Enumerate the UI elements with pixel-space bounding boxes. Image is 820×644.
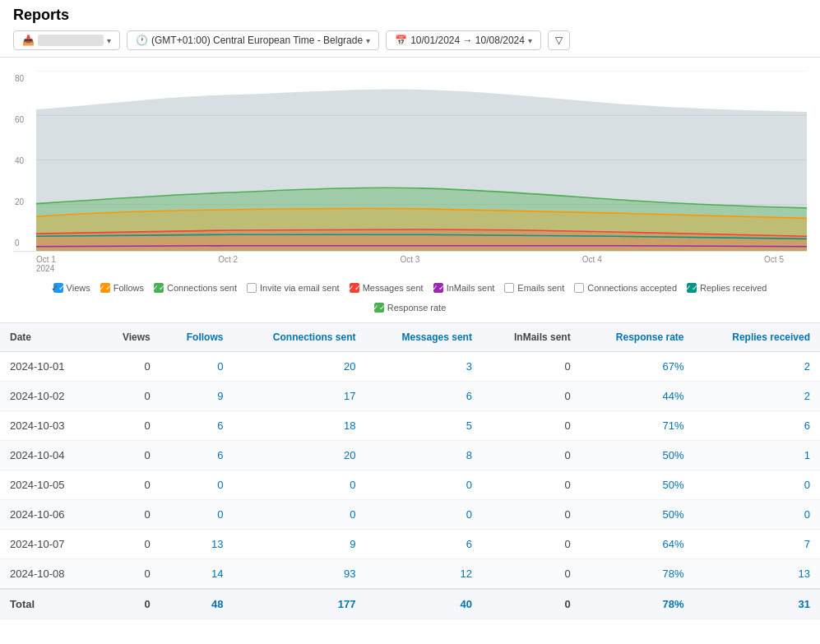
legend-connections-sent[interactable]: ✓ Connections sent bbox=[154, 283, 237, 293]
cell-views: 0 bbox=[99, 530, 160, 559]
date-range-label: 10/01/2024 → 10/08/2024 bbox=[410, 35, 525, 46]
cell-messages-sent: 3 bbox=[366, 352, 482, 382]
cell-messages-sent: 5 bbox=[366, 411, 482, 441]
cell-replies-received: 0 bbox=[694, 470, 820, 500]
cell-inmails-sent: 0 bbox=[482, 382, 581, 411]
legend-connections-accepted-checkbox[interactable] bbox=[574, 283, 584, 293]
legend-connections-sent-checkbox[interactable]: ✓ bbox=[154, 283, 164, 293]
cell-follows: 6 bbox=[160, 411, 234, 441]
legend-emails-sent-label: Emails sent bbox=[517, 283, 564, 293]
page-header: Reports 📥 ▾ 🕐 (GMT+01:00) Central Europe… bbox=[0, 0, 820, 58]
cell-inmails-sent: 0 bbox=[482, 530, 581, 559]
table-row: 2024-10-04 0 6 20 8 0 50% 1 bbox=[0, 441, 820, 470]
legend-emails-sent-checkbox[interactable] bbox=[504, 283, 514, 293]
legend-messages-sent-label: Messages sent bbox=[363, 283, 424, 293]
chart-legend: ✓ Views ✓ Follows ✓ Connections sent Inv… bbox=[0, 273, 820, 322]
legend-connections-accepted[interactable]: Connections accepted bbox=[574, 283, 677, 293]
cell-replies-received: 6 bbox=[694, 411, 820, 441]
cell-follows: 6 bbox=[160, 441, 234, 470]
legend-invite-email[interactable]: Invite via email sent bbox=[247, 283, 340, 293]
cell-connections-sent: 18 bbox=[233, 411, 365, 441]
legend-views-label: Views bbox=[67, 283, 90, 293]
legend-views-checkbox[interactable]: ✓ bbox=[53, 283, 63, 293]
cell-messages-sent: 6 bbox=[366, 382, 482, 411]
cell-connections-sent: 20 bbox=[233, 441, 365, 470]
cell-response-rate: 71% bbox=[581, 411, 694, 441]
cell-total-label: Total bbox=[0, 589, 99, 619]
legend-invite-email-checkbox[interactable] bbox=[247, 283, 257, 293]
table-row: 2024-10-07 0 13 9 6 0 64% 7 bbox=[0, 530, 820, 559]
y-label-60: 60 bbox=[15, 115, 35, 124]
legend-messages-sent-checkbox[interactable]: ✓ bbox=[350, 283, 359, 293]
legend-emails-sent[interactable]: Emails sent bbox=[504, 283, 564, 293]
data-table-wrapper: Date Views Follows Connections sent Mess… bbox=[0, 322, 820, 619]
legend-follows-checkbox[interactable]: ✓ bbox=[100, 283, 110, 293]
x-label-oct4: Oct 4 bbox=[582, 255, 602, 273]
y-label-20: 20 bbox=[15, 197, 35, 206]
cell-messages-sent: 0 bbox=[366, 500, 482, 530]
timezone-label: (GMT+01:00) Central European Time - Belg… bbox=[151, 35, 363, 46]
cell-response-rate: 50% bbox=[581, 470, 694, 500]
cell-date: 2024-10-06 bbox=[0, 500, 99, 530]
legend-follows[interactable]: ✓ Follows bbox=[100, 283, 144, 293]
cell-connections-sent: 20 bbox=[233, 352, 365, 382]
th-connections-sent: Connections sent bbox=[233, 323, 365, 352]
cell-replies-received: 7 bbox=[694, 530, 820, 559]
cell-views: 0 bbox=[99, 470, 160, 500]
legend-response-rate[interactable]: ✓ Response rate bbox=[374, 303, 447, 313]
legend-inmails-sent-checkbox[interactable]: ✓ bbox=[433, 283, 443, 293]
cell-date: 2024-10-04 bbox=[0, 441, 99, 470]
calendar-icon: 📅 bbox=[395, 35, 407, 46]
cell-date: 2024-10-03 bbox=[0, 411, 99, 441]
table-row: 2024-10-08 0 14 93 12 0 78% 13 bbox=[0, 559, 820, 590]
cell-connections-sent: 9 bbox=[233, 530, 365, 559]
cell-total-replies-received: 31 bbox=[694, 589, 820, 619]
cell-inmails-sent: 0 bbox=[482, 411, 581, 441]
cell-date: 2024-10-05 bbox=[0, 470, 99, 500]
cell-views: 0 bbox=[99, 500, 160, 530]
chart-svg bbox=[36, 71, 807, 251]
table-row: 2024-10-06 0 0 0 0 0 50% 0 bbox=[0, 500, 820, 530]
table-row: 2024-10-03 0 6 18 5 0 71% 6 bbox=[0, 411, 820, 441]
data-table: Date Views Follows Connections sent Mess… bbox=[0, 322, 820, 619]
cell-inmails-sent: 0 bbox=[482, 441, 581, 470]
legend-messages-sent[interactable]: ✓ Messages sent bbox=[350, 283, 424, 293]
cell-replies-received: 13 bbox=[694, 559, 820, 590]
date-range-selector[interactable]: 📅 10/01/2024 → 10/08/2024 ▾ bbox=[386, 30, 541, 50]
timezone-arrow-icon: ▾ bbox=[366, 36, 370, 45]
legend-views[interactable]: ✓ Views bbox=[53, 283, 90, 293]
x-label-oct2: Oct 2 bbox=[218, 255, 238, 273]
legend-inmails-sent[interactable]: ✓ InMails sent bbox=[433, 283, 495, 293]
legend-replies-received[interactable]: ✓ Replies received bbox=[687, 283, 767, 293]
cell-connections-sent: 0 bbox=[233, 500, 365, 530]
legend-connections-sent-label: Connections sent bbox=[167, 283, 237, 293]
inbox-icon: 📥 bbox=[22, 35, 35, 46]
cell-replies-received: 2 bbox=[694, 352, 820, 382]
cell-follows: 9 bbox=[160, 382, 234, 411]
date-arrow-icon: ▾ bbox=[528, 36, 532, 45]
timezone-selector[interactable]: 🕐 (GMT+01:00) Central European Time - Be… bbox=[127, 30, 379, 50]
cell-inmails-sent: 0 bbox=[482, 470, 581, 500]
inbox-selector[interactable]: 📥 ▾ bbox=[13, 30, 120, 50]
cell-inmails-sent: 0 bbox=[482, 559, 581, 590]
page-title: Reports bbox=[13, 7, 807, 24]
th-inmails-sent: InMails sent bbox=[482, 323, 581, 352]
legend-connections-accepted-label: Connections accepted bbox=[587, 283, 677, 293]
x-label-oct3: Oct 3 bbox=[401, 255, 420, 273]
cell-follows: 0 bbox=[160, 470, 234, 500]
cell-total-views: 0 bbox=[99, 589, 160, 619]
cell-follows: 0 bbox=[160, 500, 234, 530]
th-messages-sent: Messages sent bbox=[366, 323, 482, 352]
cell-connections-sent: 17 bbox=[233, 382, 365, 411]
legend-response-rate-checkbox[interactable]: ✓ bbox=[374, 303, 384, 313]
cell-response-rate: 50% bbox=[581, 500, 694, 530]
table-row: 2024-10-01 0 0 20 3 0 67% 2 bbox=[0, 352, 820, 382]
x-label-oct5: Oct 5 bbox=[764, 255, 784, 273]
cell-date: 2024-10-07 bbox=[0, 530, 99, 559]
legend-replies-received-checkbox[interactable]: ✓ bbox=[687, 283, 697, 293]
filter-button[interactable]: ▽ bbox=[548, 30, 570, 50]
cell-response-rate: 44% bbox=[581, 382, 694, 411]
table-header-row: Date Views Follows Connections sent Mess… bbox=[0, 323, 820, 352]
clock-icon: 🕐 bbox=[136, 35, 148, 46]
cell-date: 2024-10-02 bbox=[0, 382, 99, 411]
